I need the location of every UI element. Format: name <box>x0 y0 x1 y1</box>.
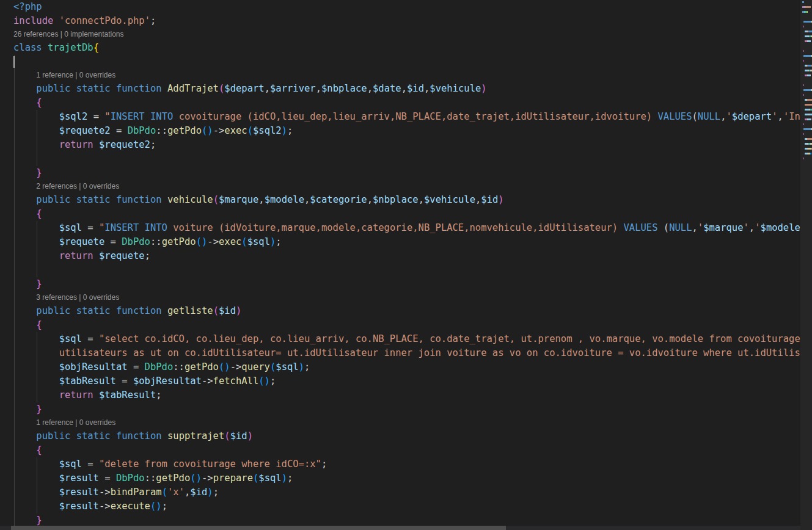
code-line[interactable]: $requete = DbPdo::getPdo()->exec($sql); <box>0 235 800 249</box>
code-token: DbPdo <box>128 125 156 136</box>
code-token: ' <box>772 111 777 122</box>
code-token: $vehicule <box>424 194 475 205</box>
code-token: -> <box>230 361 242 372</box>
codelens-link[interactable]: 1 reference | 0 overrides <box>0 416 800 429</box>
code-token: return <box>59 390 93 401</box>
code-token: public static function <box>36 305 161 316</box>
minimap-line-mark <box>803 84 804 86</box>
code-token: ; <box>287 473 293 484</box>
minimap-line-mark <box>802 6 811 8</box>
code-token: ) <box>207 487 213 498</box>
code-token: , <box>367 194 373 205</box>
code-line[interactable]: $sql = "select co.idCO, co.lieu_dep, co.… <box>0 332 800 346</box>
code-token: , <box>475 194 481 205</box>
code-line[interactable]: } <box>0 166 800 180</box>
code-line[interactable]: public static function getliste($id) <box>0 304 800 318</box>
code-line[interactable]: $sql = "delete from covoiturage where id… <box>0 457 800 471</box>
code-token: $objResultat <box>133 376 202 387</box>
code-line[interactable]: $sql2 = "INSERT INTO covoiturage (idCO,l… <box>0 110 800 124</box>
minimap-line-mark <box>805 138 812 140</box>
code-token: $depart <box>224 83 264 94</box>
code-line[interactable]: $requete2 = DbPdo::getPdo()->exec($sql2)… <box>0 124 800 138</box>
code-token: $sql <box>59 333 82 344</box>
code-token <box>162 305 167 316</box>
code-token: = <box>128 361 145 372</box>
code-token: ) <box>270 236 276 247</box>
code-line[interactable]: public static function supptrajet($id) <box>0 429 800 443</box>
code-line[interactable]: $result = DbPdo::getPdo()->prepare($sql)… <box>0 471 800 485</box>
code-line[interactable] <box>0 263 800 277</box>
code-line[interactable] <box>0 152 800 166</box>
code-line[interactable]: public static function AddTrajet($depart… <box>0 82 800 96</box>
code-token: { <box>36 445 42 456</box>
code-token: prepare <box>213 473 253 484</box>
minimap-line-mark <box>803 123 804 125</box>
codelens-link[interactable]: 2 references | 0 overrides <box>0 180 800 193</box>
code-line[interactable]: $sql = "INSERT INTO voiture (idVoiture,m… <box>0 221 800 235</box>
code-token: NULL <box>669 222 692 233</box>
code-token: getPdo <box>185 361 219 372</box>
codelens-link[interactable]: 3 references | 0 overrides <box>0 291 800 304</box>
code-token: , <box>185 487 190 498</box>
code-line[interactable]: <?php <box>0 0 800 14</box>
code-line[interactable]: } <box>0 402 800 416</box>
code-token: ; <box>156 390 161 401</box>
code-line[interactable]: public static function vehicule($marque,… <box>0 193 800 207</box>
code-line[interactable]: $tabResult = $objResultat->fetchAll(); <box>0 374 800 388</box>
minimap-line-mark <box>803 94 804 96</box>
minimap-line-mark <box>803 128 812 130</box>
code-token: INSERT INTO <box>104 222 167 233</box>
code-line[interactable] <box>0 55 800 69</box>
code-line[interactable]: } <box>0 277 800 291</box>
minimap-line-mark <box>805 40 811 42</box>
editor-workbench: <?phpinclude 'connectPdo.php';26 referen… <box>0 0 812 530</box>
code-line[interactable]: return $requete2; <box>0 138 800 152</box>
minimap-line-mark <box>803 26 804 27</box>
code-token: $requete2 <box>59 125 111 136</box>
code-token: supptrajet <box>167 430 224 441</box>
code-token: class <box>13 42 42 53</box>
codelens-link[interactable]: 26 references | 0 implementations <box>0 28 800 41</box>
code-line[interactable]: { <box>0 318 800 332</box>
code-token: return <box>59 139 93 150</box>
code-token: DbPdo <box>145 361 174 372</box>
code-token: $arriver <box>270 83 316 94</box>
code-token: -> <box>202 376 213 387</box>
code-line[interactable]: { <box>0 96 800 110</box>
code-line[interactable]: $objResultat = DbPdo::getPdo()->query($s… <box>0 360 800 374</box>
code-token: , <box>749 222 755 233</box>
code-line[interactable]: { <box>0 207 800 221</box>
code-line[interactable]: { <box>0 443 800 457</box>
code-line[interactable]: utilisateurs as ut on co.idUtilisateur= … <box>0 346 800 360</box>
code-token: ( <box>213 305 219 316</box>
code-token: exec <box>224 125 247 136</box>
horizontal-scrollbar-thumb[interactable] <box>11 526 506 530</box>
code-token: $requete <box>59 236 105 247</box>
code-token: ( <box>241 236 247 247</box>
code-token: { <box>36 319 42 330</box>
code-token: $requete2 <box>99 139 150 150</box>
code-line[interactable]: $result->execute(); <box>0 499 800 514</box>
horizontal-scrollbar[interactable] <box>0 526 800 530</box>
codelens-link[interactable]: 1 reference | 0 overrides <box>0 69 800 82</box>
code-token: ) <box>236 305 241 316</box>
code-token: ) <box>282 125 287 136</box>
code-token: query <box>241 361 270 372</box>
code-token: :: <box>173 361 185 372</box>
indent-guide-fn3 <box>37 332 37 402</box>
code-token: $objResultat <box>59 361 128 372</box>
code-line[interactable]: return $requete; <box>0 249 800 263</box>
code-token: , <box>419 194 424 205</box>
code-line[interactable]: $result->bindParam('x',$id); <box>0 485 800 499</box>
code-token: ' <box>755 222 760 233</box>
minimap[interactable] <box>800 0 812 530</box>
code-token: vehicule <box>167 194 213 205</box>
code-token: ( <box>253 473 258 484</box>
code-editor[interactable]: <?phpinclude 'connectPdo.php';26 referen… <box>0 0 800 530</box>
code-line[interactable]: include 'connectPdo.php'; <box>0 14 800 28</box>
code-line[interactable]: return $tabResult; <box>0 388 800 402</box>
code-token: utilisateurs as ut on co.idUtilisateur= … <box>59 347 800 358</box>
minimap-line-mark <box>802 1 804 3</box>
code-token: $sql2 <box>59 111 88 122</box>
code-line[interactable]: class trajetDb{ <box>0 41 800 55</box>
